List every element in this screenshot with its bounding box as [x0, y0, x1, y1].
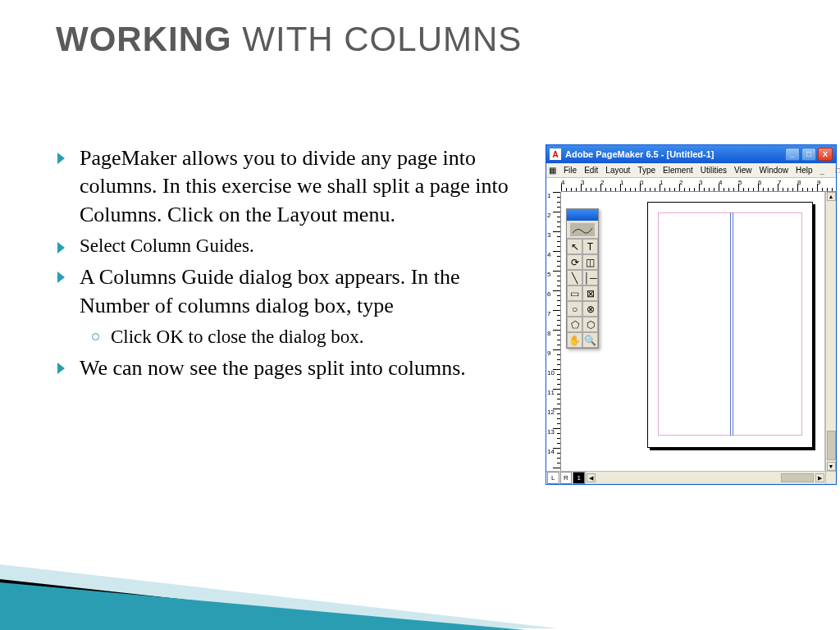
scroll-up-icon[interactable]: ▲ — [827, 192, 836, 201]
horizontal-scrollbar[interactable]: ◀ ▶ — [586, 472, 825, 484]
toolbox[interactable]: ↖ T ⟳ ◫ ╲ │─ ▭ ⊠ ○ ⊗ — [566, 208, 599, 349]
minimize-button[interactable]: _ — [785, 148, 800, 161]
zoom-tool-icon[interactable]: 🔍 — [582, 332, 598, 348]
page-preview — [647, 202, 813, 448]
doc-window-controls: _ □ × — [820, 167, 840, 175]
rotate-tool-icon[interactable]: ⟳ — [567, 254, 582, 270]
menu-window[interactable]: Window — [760, 166, 789, 175]
window-title: Adobe PageMaker 6.5 - [Untitled-1] — [565, 149, 714, 159]
column-guide — [730, 212, 731, 436]
scroll-thumb[interactable] — [827, 431, 836, 460]
menu-element[interactable]: Element — [663, 166, 693, 175]
bullet-list: PageMaker allows you to divide any page … — [57, 144, 517, 388]
maximize-button[interactable]: □ — [801, 148, 816, 161]
bottom-bar: L R 1 ◀ ▶ — [546, 471, 836, 484]
app-icon: A — [550, 148, 561, 160]
pagemaker-screenshot: A Adobe PageMaker 6.5 - [Untitled-1] _ □… — [546, 144, 837, 485]
constrain-line-tool-icon[interactable]: │─ — [582, 270, 598, 285]
menu-help[interactable]: Help — [796, 166, 813, 175]
doc-minimize-icon[interactable]: _ — [820, 167, 824, 175]
polygon-tool-icon[interactable]: ⬠ — [567, 317, 582, 332]
ellipse-tool-icon[interactable]: ○ — [567, 301, 582, 317]
vertical-ruler: 1 2 3 4 5 6 7 8 9 10 11 12 13 14 — [546, 192, 561, 471]
bullet-item: Select Column Guides. — [57, 234, 517, 258]
column-guide — [733, 212, 733, 436]
doc-restore-icon[interactable]: □ — [836, 167, 840, 175]
page-tab-1[interactable]: 1 — [573, 472, 585, 484]
titlebar: A Adobe PageMaker 6.5 - [Untitled-1] _ □… — [546, 145, 836, 163]
bullet-item: We can now see the pages split into colu… — [57, 354, 517, 382]
menu-layout[interactable]: Layout — [605, 166, 630, 175]
close-button[interactable]: X — [818, 148, 833, 161]
line-tool-icon[interactable]: ╲ — [567, 270, 582, 285]
bullet-item: PageMaker allows you to divide any page … — [57, 144, 517, 229]
scroll-left-icon[interactable]: ◀ — [587, 473, 596, 482]
vertical-scrollbar[interactable]: ▲ ▼ — [825, 192, 836, 471]
page-tabs: L R 1 — [546, 472, 586, 484]
scroll-corner — [825, 472, 836, 484]
sub-bullet-text: Click OK to close the dialog box. — [111, 325, 364, 349]
bullet-marker-icon — [57, 242, 65, 253]
bullet-text: PageMaker allows you to divide any page … — [80, 144, 517, 229]
ellipse-frame-tool-icon[interactable]: ⊗ — [582, 301, 598, 317]
slide-decoration — [0, 532, 558, 630]
menu-file[interactable]: File — [564, 166, 577, 175]
toolbox-titlebar[interactable] — [567, 209, 598, 221]
bullet-marker-icon — [57, 272, 65, 283]
bullet-item: A Columns Guide dialog box appears. In t… — [57, 263, 517, 320]
bullet-text: We can now see the pages split into colu… — [80, 354, 466, 382]
tool-preview — [567, 221, 598, 239]
scroll-thumb[interactable] — [781, 473, 814, 482]
text-tool-icon[interactable]: T — [582, 239, 598, 254]
scroll-down-icon[interactable]: ▼ — [827, 462, 836, 471]
page-tab-r[interactable]: R — [560, 472, 573, 484]
hand-tool-icon[interactable]: ✋ — [567, 332, 582, 348]
rectangle-tool-icon[interactable]: ▭ — [567, 285, 582, 301]
crop-tool-icon[interactable]: ◫ — [582, 254, 598, 270]
menu-view[interactable]: View — [734, 166, 752, 175]
menubar: ▦ File Edit Layout Type Element Utilitie… — [546, 163, 836, 178]
page-tab-l[interactable]: L — [547, 472, 559, 484]
canvas[interactable]: ↖ T ⟳ ◫ ╲ │─ ▭ ⊠ ○ ⊗ — [561, 192, 825, 471]
bullet-marker-icon — [57, 153, 65, 164]
title-rest: WITH COLUMNS — [232, 20, 523, 58]
bullet-text: Select Column Guides. — [80, 234, 254, 258]
menu-edit[interactable]: Edit — [584, 166, 598, 175]
scroll-right-icon[interactable]: ▶ — [815, 473, 824, 482]
menu-app-icon[interactable]: ▦ — [549, 166, 556, 175]
pointer-tool-icon[interactable]: ↖ — [567, 239, 582, 254]
menu-utilities[interactable]: Utilities — [701, 166, 727, 175]
sub-bullet-marker-icon — [92, 333, 99, 340]
bullet-marker-icon — [57, 363, 65, 374]
menu-type[interactable]: Type — [637, 166, 655, 175]
slide-title: WORKING WITH COLUMNS — [56, 20, 522, 59]
horizontal-ruler: 4 3 2 1 0 1 2 3 4 5 6 7 8 9 — [561, 178, 836, 192]
rectangle-frame-tool-icon[interactable]: ⊠ — [582, 285, 598, 301]
sub-bullet-item: Click OK to close the dialog box. — [92, 325, 517, 349]
polygon-frame-tool-icon[interactable]: ⬡ — [582, 317, 598, 332]
bullet-text: A Columns Guide dialog box appears. In t… — [80, 263, 517, 320]
title-bold: WORKING — [56, 20, 232, 58]
